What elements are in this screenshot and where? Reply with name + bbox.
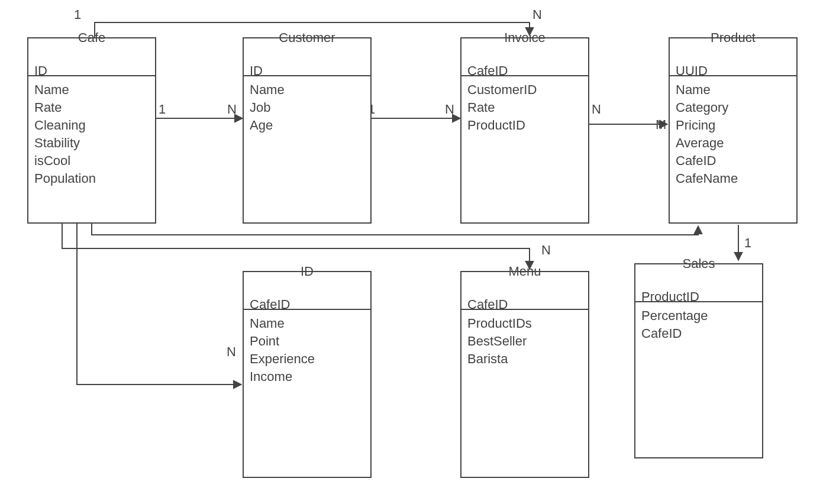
attr: Pricing bbox=[676, 117, 738, 134]
attr: Name bbox=[34, 81, 96, 99]
entity-sales-sep bbox=[635, 301, 762, 302]
attr: Name bbox=[250, 81, 285, 99]
entity-product-sep bbox=[670, 75, 796, 76]
entity-cafe: Cafe ID Name Rate Cleaning Stability isC… bbox=[27, 37, 156, 224]
attr: Name bbox=[676, 81, 738, 99]
entity-product: Product UUID Name Category Pricing Avera… bbox=[669, 37, 798, 224]
entity-invoice-title: Invoice bbox=[504, 30, 546, 46]
attr: Category bbox=[676, 99, 738, 117]
attr: Age bbox=[250, 117, 285, 134]
entity-menu: Menu CafeID ProductIDs BestSeller Barist… bbox=[460, 271, 589, 478]
entity-employee: ID CafeID Name Point Experience Income bbox=[243, 271, 372, 478]
entity-sales-title: Sales bbox=[682, 256, 715, 272]
attr: CustomerID bbox=[467, 81, 537, 99]
attr: CafeID bbox=[676, 152, 738, 170]
attr: Population bbox=[34, 170, 96, 188]
attr: Name bbox=[250, 315, 315, 332]
entity-employee-key: CafeID bbox=[250, 297, 290, 312]
entity-sales-attrs: Percentage CafeID bbox=[641, 307, 708, 343]
entity-menu-attrs: ProductIDs BestSeller Barista bbox=[467, 315, 532, 368]
attr: ProductIDs bbox=[467, 315, 532, 332]
attr: CafeID bbox=[641, 325, 708, 343]
entity-product-attrs: Name Category Pricing Average CafeID Caf… bbox=[676, 81, 738, 188]
entity-menu-title: Menu bbox=[508, 264, 541, 279]
entity-invoice-attrs: CustomerID Rate ProductID bbox=[467, 81, 537, 134]
entity-sales-key: ProductID bbox=[641, 289, 699, 305]
card-menu-N: N bbox=[541, 243, 551, 258]
entity-invoice-sep bbox=[461, 75, 588, 76]
card-invoice-product-M: M bbox=[656, 117, 666, 133]
attr: Job bbox=[250, 99, 285, 117]
entity-menu-key: CafeID bbox=[467, 297, 508, 312]
attr: Income bbox=[250, 368, 315, 386]
attr: isCool bbox=[34, 152, 96, 170]
attr: Point bbox=[250, 332, 315, 350]
card-invoice-product-N: N bbox=[592, 102, 601, 117]
entity-customer-sep bbox=[244, 75, 370, 76]
entity-customer-key: ID bbox=[250, 63, 263, 79]
attr: Rate bbox=[467, 99, 537, 117]
attr: ProductID bbox=[467, 117, 537, 134]
entity-employee-attrs: Name Point Experience Income bbox=[250, 315, 315, 386]
card-customer-invoice-N: N bbox=[445, 102, 454, 117]
entity-customer-attrs: Name Job Age bbox=[250, 81, 285, 134]
card-cafe-customer-1: 1 bbox=[159, 102, 166, 117]
entity-product-key: UUID bbox=[676, 63, 708, 79]
card-cafe-invoice-1: 1 bbox=[74, 7, 81, 22]
entity-product-title: Product bbox=[711, 30, 756, 46]
card-cafe-invoice-N: N bbox=[532, 7, 542, 22]
entity-cafe-key: ID bbox=[34, 63, 47, 79]
entity-cafe-attrs: Name Rate Cleaning Stability isCool Popu… bbox=[34, 81, 96, 188]
entity-menu-sep bbox=[461, 309, 588, 310]
attr: Percentage bbox=[641, 307, 708, 325]
entity-customer: Customer ID Name Job Age bbox=[243, 37, 372, 224]
attr: BestSeller bbox=[467, 332, 532, 350]
entity-invoice: Invoice CafeID CustomerID Rate ProductID bbox=[460, 37, 589, 224]
entity-employee-title: ID bbox=[301, 264, 314, 279]
attr: Rate bbox=[34, 99, 96, 117]
card-employee-N: N bbox=[227, 344, 236, 360]
attr: Cleaning bbox=[34, 117, 96, 134]
attr: Stability bbox=[34, 134, 96, 152]
attr: CafeName bbox=[676, 170, 738, 188]
attr: Barista bbox=[467, 350, 532, 368]
card-cafe-customer-N: N bbox=[227, 102, 237, 117]
card-sales-1: 1 bbox=[744, 235, 751, 251]
entity-employee-sep bbox=[244, 309, 370, 310]
attr: Average bbox=[676, 134, 738, 152]
entity-sales: Sales ProductID Percentage CafeID bbox=[634, 263, 763, 458]
entity-cafe-sep bbox=[28, 75, 155, 76]
entity-invoice-key: CafeID bbox=[467, 63, 508, 79]
entity-customer-title: Customer bbox=[279, 30, 335, 46]
attr: Experience bbox=[250, 350, 315, 368]
entity-cafe-title: Cafe bbox=[78, 30, 105, 46]
